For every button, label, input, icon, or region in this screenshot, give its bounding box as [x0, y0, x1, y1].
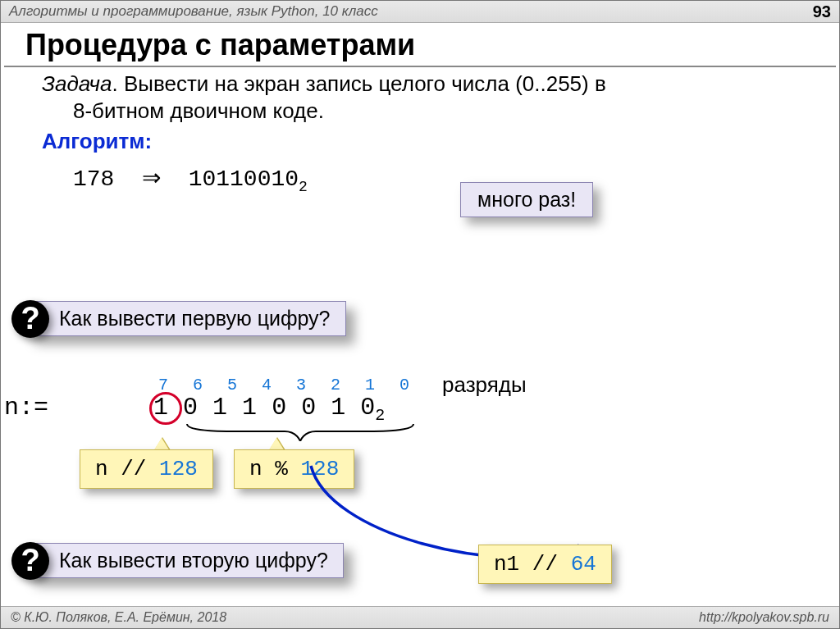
slide-footer: © К.Ю. Поляков, Е.А. Ерёмин, 2018 http:/… [1, 606, 839, 628]
bit-positions-label: разряды [442, 372, 527, 398]
page-number: 93 [813, 2, 831, 21]
highlight-circle [149, 392, 182, 425]
algorithm-label: Алгоритм: [42, 129, 815, 154]
footer-url: http://kpolyakov.spb.ru [699, 610, 829, 625]
question-1: ? Как вывести первую цифру? [27, 301, 346, 336]
code-n-div-128: n // 128 [80, 449, 213, 489]
course-name: Алгоритмы и программирование, язык Pytho… [9, 3, 378, 20]
n-assign: n:= [4, 394, 48, 422]
bit-row: 1 0 1 1 0 0 1 02 [153, 394, 385, 425]
question-icon: ? [11, 300, 49, 338]
slide-header: Алгоритмы и программирование, язык Pytho… [1, 1, 839, 23]
code-n1-div-64: n1 // 64 [478, 545, 612, 584]
question-2: ? Как вывести вторую цифру? [27, 543, 344, 578]
question-icon: ? [11, 542, 49, 580]
task-text: Задача. Вывести на экран запись целого ч… [42, 71, 815, 124]
example-expression: 178 ⇒ 101100102 [73, 164, 815, 195]
note-many-times: много раз! [460, 182, 593, 217]
slide-title: Процедура с параметрами [1, 23, 839, 66]
copyright: © К.Ю. Поляков, Е.А. Ерёмин, 2018 [11, 610, 226, 625]
task-label: Задача [42, 71, 112, 96]
